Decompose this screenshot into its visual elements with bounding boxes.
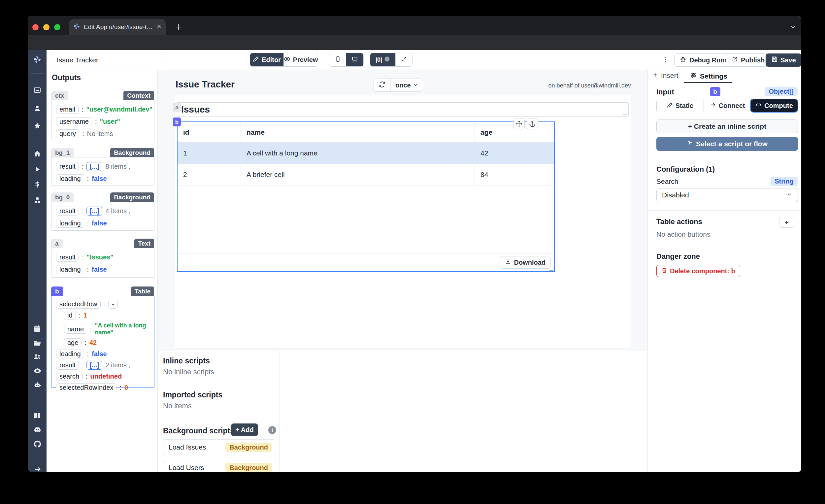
resources-boxes-icon[interactable] bbox=[33, 196, 42, 205]
background-script-item[interactable]: Load Issues Background bbox=[163, 439, 276, 455]
close-window-button[interactable] bbox=[32, 24, 39, 30]
output-key[interactable]: result bbox=[56, 207, 79, 216]
background-script-item[interactable]: Load Users Background bbox=[163, 460, 276, 472]
output-card-tab-bg0[interactable]: bg_0 bbox=[51, 193, 74, 202]
array-pill[interactable]: [...] bbox=[86, 162, 102, 171]
collapse-arrow-icon[interactable] bbox=[33, 465, 42, 472]
output-card-bg1[interactable]: result:[...]8 items , loading:false bbox=[51, 157, 154, 186]
fullscreen-button[interactable] bbox=[395, 53, 412, 66]
output-key[interactable]: query bbox=[56, 129, 79, 138]
ai-robot-icon[interactable] bbox=[33, 380, 42, 389]
create-inline-script-button[interactable]: + Create an inline script bbox=[656, 120, 798, 133]
output-card-a[interactable]: result:"Issues" loading:false bbox=[51, 248, 154, 278]
editor-tab[interactable]: Editor bbox=[250, 53, 284, 66]
resize-handle[interactable] bbox=[623, 111, 627, 115]
tab-settings[interactable]: Settings bbox=[690, 72, 727, 80]
external-link-icon bbox=[732, 56, 738, 64]
output-key[interactable]: result bbox=[56, 361, 79, 370]
column-header[interactable]: id bbox=[177, 122, 241, 142]
variables-dollar-icon[interactable] bbox=[33, 180, 42, 189]
table-row[interactable]: 2 A briefer cell 84 bbox=[177, 164, 554, 186]
groups-users-icon[interactable] bbox=[33, 353, 42, 361]
mobile-view-button[interactable] bbox=[329, 53, 346, 66]
output-card-bg0[interactable]: result:[...]4 items , loading:false bbox=[51, 202, 154, 231]
connect-mode-button[interactable]: Connect bbox=[703, 99, 751, 112]
output-value: false bbox=[92, 175, 107, 183]
output-key[interactable]: name bbox=[64, 325, 87, 334]
output-card-tab-b[interactable]: b bbox=[51, 286, 63, 296]
schedules-calendar-icon[interactable] bbox=[33, 325, 42, 333]
resize-handle[interactable] bbox=[549, 267, 553, 271]
tab-insert[interactable]: Insert bbox=[652, 72, 678, 80]
publish-button[interactable]: Publish bbox=[726, 54, 770, 67]
close-tab-icon[interactable] bbox=[156, 24, 162, 30]
divider bbox=[648, 161, 801, 161]
output-key[interactable]: username bbox=[56, 117, 92, 126]
browser-tab[interactable]: Edit App u/user/issue-tracker | bbox=[69, 19, 166, 35]
discord-icon[interactable] bbox=[33, 425, 42, 434]
save-button[interactable]: Save bbox=[766, 54, 801, 67]
refresh-button[interactable] bbox=[374, 79, 390, 91]
home-icon[interactable] bbox=[33, 149, 42, 158]
runs-play-icon[interactable] bbox=[33, 165, 42, 173]
output-key[interactable]: email bbox=[56, 105, 79, 114]
github-icon[interactable] bbox=[33, 440, 42, 448]
select-script-button[interactable]: Select a script or flow bbox=[656, 137, 798, 151]
output-card-tab-ctx[interactable]: ctx bbox=[51, 91, 68, 100]
output-card-b[interactable]: selectedRow:- id:1 name:"A cell with a l… bbox=[51, 296, 154, 388]
outputs-title: Outputs bbox=[52, 73, 81, 82]
output-card-tab-a[interactable]: a bbox=[51, 239, 63, 248]
debug-runs-button[interactable]: Debug Runs bbox=[674, 54, 734, 67]
array-pill[interactable]: [...] bbox=[86, 207, 102, 216]
add-background-script-button[interactable]: + Add bbox=[231, 424, 258, 436]
desktop-view-button[interactable] bbox=[346, 53, 363, 66]
app-name-input[interactable]: Issue Tracker bbox=[52, 54, 163, 66]
output-card-ctx[interactable]: email:"user@windmill.dev" username:"user… bbox=[51, 100, 154, 140]
download-button[interactable]: Download bbox=[500, 256, 551, 269]
more-options-kebab-icon[interactable] bbox=[662, 56, 669, 65]
column-header[interactable]: name bbox=[241, 122, 474, 142]
output-card-tab-bg1[interactable]: bg_1 bbox=[51, 148, 74, 157]
array-pill[interactable]: [...] bbox=[86, 361, 102, 370]
output-key[interactable]: result bbox=[56, 162, 79, 171]
output-key[interactable]: loading bbox=[56, 265, 84, 274]
table-row[interactable]: 1 A cell with a long name 42 bbox=[177, 143, 554, 164]
search-mode-select[interactable]: Disabled bbox=[656, 188, 798, 202]
output-key[interactable]: selectedRow bbox=[56, 300, 101, 309]
output-key[interactable]: loading bbox=[56, 174, 84, 183]
component-a-text[interactable]: Issues bbox=[177, 102, 629, 117]
pencil-icon bbox=[667, 102, 673, 110]
static-mode-button[interactable]: Static bbox=[657, 99, 703, 112]
delete-component-button[interactable]: Delete component: b bbox=[656, 265, 740, 277]
component-b-table[interactable]: id name age 1 A cell with a long name 42… bbox=[177, 122, 555, 272]
windmill-logo[interactable] bbox=[33, 56, 42, 64]
output-key[interactable]: search bbox=[56, 372, 82, 381]
maximize-window-button[interactable] bbox=[54, 24, 60, 30]
anchor-component-button[interactable] bbox=[527, 118, 538, 129]
minimize-window-button[interactable] bbox=[43, 24, 50, 30]
component-b-tab[interactable]: b bbox=[173, 118, 181, 126]
folders-icon[interactable] bbox=[33, 339, 42, 348]
output-key[interactable]: selectedRowIndex bbox=[56, 383, 117, 392]
apps-icon[interactable] bbox=[33, 86, 42, 94]
info-icon[interactable]: i bbox=[268, 426, 276, 434]
refresh-mode-dropdown[interactable]: once bbox=[390, 79, 423, 91]
favorites-star-icon[interactable] bbox=[33, 122, 42, 130]
output-key[interactable]: age bbox=[64, 338, 81, 347]
output-key[interactable]: result bbox=[56, 253, 79, 262]
docs-book-icon[interactable] bbox=[33, 412, 42, 420]
component-a-tab[interactable]: a bbox=[173, 103, 181, 112]
user-icon[interactable] bbox=[33, 104, 42, 113]
add-table-action-button[interactable] bbox=[779, 217, 794, 228]
dash-pill[interactable]: - bbox=[108, 300, 118, 309]
preview-tab[interactable]: Preview bbox=[284, 53, 318, 66]
output-key[interactable]: id bbox=[64, 311, 76, 320]
compute-mode-button[interactable]: Compute bbox=[751, 99, 798, 112]
tab-search-chevron-icon[interactable] bbox=[790, 24, 796, 32]
output-key[interactable]: loading bbox=[56, 350, 84, 358]
output-key[interactable]: loading bbox=[56, 219, 84, 228]
audit-eye-icon[interactable] bbox=[33, 366, 42, 375]
move-component-button[interactable] bbox=[514, 118, 525, 129]
new-tab-button[interactable] bbox=[174, 23, 183, 33]
toggle-outputs-panel-button[interactable]: |0| bbox=[370, 53, 395, 66]
